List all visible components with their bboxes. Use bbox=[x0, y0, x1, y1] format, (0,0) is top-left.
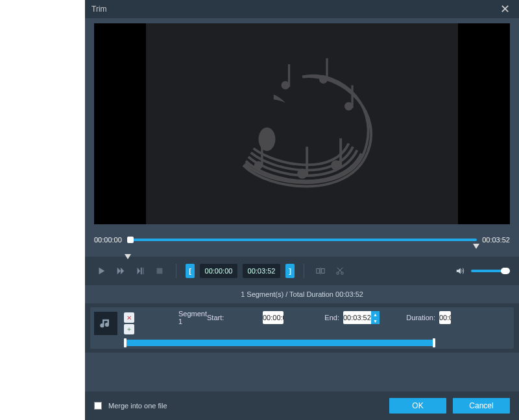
start-time-input[interactable]: 00:00:00 ▲▼ bbox=[263, 311, 284, 324]
spin-down-icon[interactable]: ▼ bbox=[371, 318, 380, 324]
play-icon[interactable] bbox=[94, 264, 108, 278]
timeline: 00:00:00 00:03:52 bbox=[94, 231, 510, 249]
svg-rect-13 bbox=[317, 269, 319, 274]
set-start-bracket-icon[interactable]: [ bbox=[186, 264, 195, 278]
svg-rect-3 bbox=[339, 138, 342, 167]
next-frame-icon[interactable] bbox=[133, 264, 147, 278]
trim-dialog: Trim ✕ bbox=[85, 0, 519, 420]
svg-rect-7 bbox=[326, 58, 328, 81]
svg-rect-1 bbox=[306, 146, 308, 175]
svg-rect-5 bbox=[287, 64, 289, 87]
end-time-input[interactable]: 00:03:52 ▲▼ bbox=[343, 311, 380, 324]
volume-control bbox=[453, 264, 510, 278]
fast-forward-icon[interactable] bbox=[114, 264, 128, 278]
delete-segment-icon[interactable]: ✕ bbox=[124, 312, 134, 323]
separator bbox=[304, 264, 304, 278]
cut-icon[interactable] bbox=[333, 264, 347, 278]
preview-area bbox=[94, 23, 510, 224]
time-current: 00:00:00 bbox=[94, 236, 122, 244]
controls-bar: [ 00:00:00 00:03:52 ] bbox=[85, 257, 519, 285]
trim-start-value[interactable]: 00:00:00 bbox=[200, 264, 237, 278]
add-segment-icon[interactable]: ＋ bbox=[124, 324, 134, 334]
footer: Merge into one file OK Cancel bbox=[85, 391, 519, 420]
segment-row[interactable]: Segment 1 Start: 00:00:00 ▲▼ End: 00:03:… bbox=[90, 307, 514, 349]
start-label: Start: bbox=[207, 314, 259, 321]
set-end-bracket-icon[interactable]: ] bbox=[285, 264, 295, 278]
merge-label: Merge into one file bbox=[108, 402, 167, 410]
close-icon[interactable]: ✕ bbox=[497, 2, 513, 16]
music-artwork-icon bbox=[218, 39, 387, 209]
titlebar: Trim ✕ bbox=[85, 0, 519, 18]
svg-rect-11 bbox=[261, 145, 263, 167]
duration-label: Duration: bbox=[383, 314, 435, 321]
time-total: 00:03:52 bbox=[482, 236, 510, 244]
trim-start-handle[interactable] bbox=[125, 254, 131, 259]
svg-rect-9 bbox=[351, 86, 353, 108]
playhead-handle[interactable] bbox=[127, 237, 134, 243]
window-title: Trim bbox=[91, 5, 107, 14]
trim-end-handle[interactable] bbox=[473, 244, 479, 249]
duration-input[interactable]: 00:03:52 ▲▼ bbox=[439, 311, 451, 324]
preview-canvas bbox=[146, 23, 458, 224]
ok-button[interactable]: OK bbox=[389, 398, 446, 414]
segments-list: Segment 1 Start: 00:00:00 ▲▼ End: 00:03:… bbox=[85, 303, 519, 353]
cancel-button[interactable]: Cancel bbox=[453, 398, 510, 414]
volume-thumb[interactable] bbox=[501, 268, 510, 274]
svg-rect-14 bbox=[322, 269, 324, 274]
split-icon[interactable] bbox=[313, 264, 328, 278]
separator bbox=[176, 264, 176, 278]
merge-checkbox[interactable] bbox=[94, 402, 102, 410]
segment-thumb-icon bbox=[94, 312, 117, 335]
volume-icon[interactable] bbox=[453, 264, 467, 278]
svg-point-17 bbox=[341, 272, 344, 275]
segments-empty-area bbox=[85, 353, 519, 391]
timeline-track[interactable] bbox=[127, 232, 477, 248]
spin-up-icon[interactable]: ▲ bbox=[371, 311, 380, 318]
segments-summary: 1 Segment(s) / Total Duration 00:03:52 bbox=[85, 285, 519, 303]
end-label: End: bbox=[287, 314, 339, 321]
segment-range-bar[interactable] bbox=[124, 340, 435, 346]
segment-name: Segment 1 bbox=[178, 310, 203, 325]
stop-icon[interactable] bbox=[152, 264, 167, 278]
volume-slider[interactable] bbox=[471, 270, 510, 272]
svg-point-16 bbox=[337, 272, 339, 275]
svg-rect-12 bbox=[157, 268, 163, 274]
trim-end-value[interactable]: 00:03:52 bbox=[243, 264, 280, 278]
